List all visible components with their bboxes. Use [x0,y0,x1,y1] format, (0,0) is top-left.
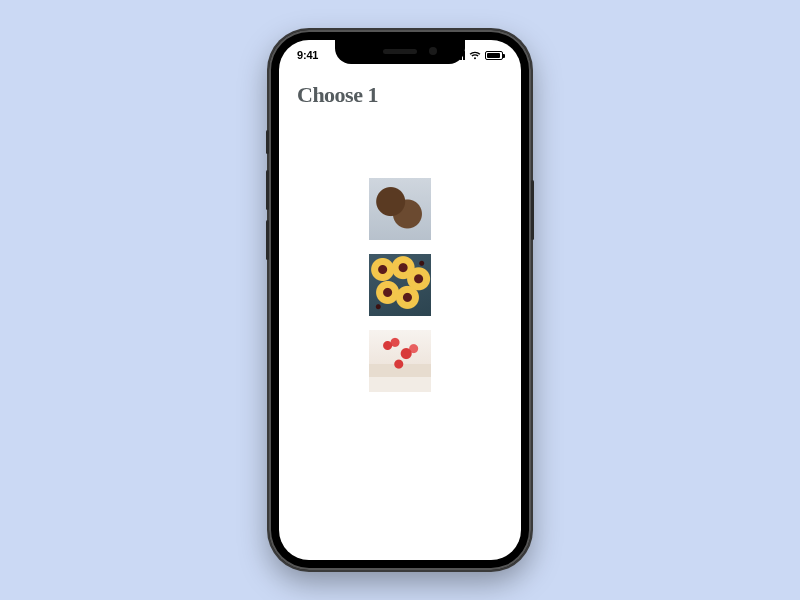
phone-power-button [531,180,534,240]
page-title: Choose 1 [297,82,503,108]
battery-icon [485,51,503,60]
phone-screen: 9:41 Choose 1 [279,40,521,560]
option-cookies[interactable] [369,178,431,240]
phone-mute-switch [266,130,269,154]
status-time: 9:41 [297,49,318,61]
phone-volume-up [266,170,269,210]
wifi-icon [469,51,481,60]
phone-mockup: 9:41 Choose 1 [269,30,531,570]
option-parfait[interactable] [369,330,431,392]
app-content: Choose 1 [279,74,521,560]
phone-notch [335,40,465,64]
phone-volume-down [266,220,269,260]
option-tarts[interactable] [369,254,431,316]
option-list [369,178,431,392]
